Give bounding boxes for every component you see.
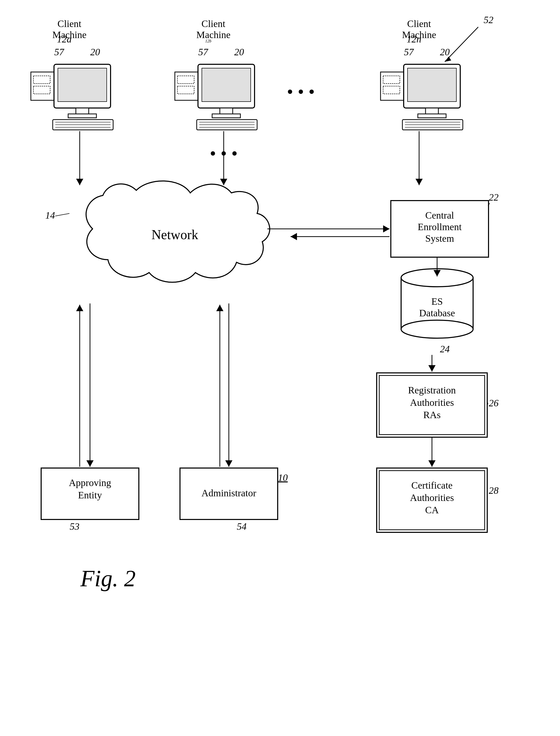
svg-text:Fig. 2: Fig. 2	[80, 566, 136, 591]
svg-text:28: 28	[489, 485, 499, 496]
svg-text:53: 53	[70, 521, 79, 532]
svg-marker-54	[76, 179, 83, 185]
svg-text:54: 54	[237, 521, 247, 532]
svg-text:20: 20	[234, 47, 244, 57]
svg-text:26: 26	[489, 398, 499, 408]
svg-text:Enrollment: Enrollment	[418, 221, 462, 232]
svg-marker-50	[445, 57, 451, 62]
svg-marker-96	[428, 460, 436, 467]
svg-text:System: System	[425, 233, 454, 244]
svg-marker-102	[86, 460, 94, 467]
svg-rect-4	[58, 68, 107, 102]
svg-text:57: 57	[198, 47, 209, 57]
svg-rect-27	[426, 108, 438, 114]
svg-text:Client: Client	[58, 18, 82, 29]
svg-marker-56	[220, 179, 227, 185]
svg-marker-88	[428, 365, 436, 372]
svg-text:RAs: RAs	[423, 409, 441, 420]
svg-rect-6	[68, 114, 96, 118]
svg-text:Registration: Registration	[408, 385, 456, 396]
svg-text:Machine: Machine	[196, 29, 231, 40]
svg-text:Authorities: Authorities	[410, 397, 454, 408]
svg-text:57: 57	[54, 47, 65, 57]
svg-text:Database: Database	[419, 308, 455, 318]
svg-text:Network: Network	[151, 227, 198, 242]
svg-marker-111	[216, 305, 223, 311]
svg-line-49	[445, 27, 478, 62]
svg-text:52: 52	[484, 14, 493, 25]
svg-text:Client: Client	[407, 18, 431, 29]
svg-text:Machine: Machine	[402, 29, 436, 40]
svg-rect-5	[76, 108, 89, 114]
svg-text:57: 57	[404, 47, 414, 57]
svg-text:Certificate: Certificate	[411, 480, 453, 491]
diagram: 57 20 12a Client Machine 57 20 12b Clien…	[0, 0, 560, 736]
svg-text:Central: Central	[425, 210, 454, 221]
svg-marker-58	[416, 179, 423, 185]
svg-text:Authorities: Authorities	[410, 492, 454, 503]
svg-text:Entity: Entity	[78, 490, 102, 500]
svg-text:CA: CA	[425, 505, 439, 515]
svg-rect-26	[408, 68, 456, 102]
svg-marker-69	[383, 225, 390, 232]
svg-text:ES: ES	[431, 296, 443, 307]
svg-text:Approving: Approving	[69, 477, 111, 488]
svg-text:20: 20	[440, 47, 450, 57]
svg-rect-17	[212, 114, 240, 118]
svg-marker-71	[291, 233, 297, 240]
svg-text:Administrator: Administrator	[201, 488, 256, 498]
svg-line-61	[55, 213, 69, 216]
svg-text:24: 24	[440, 344, 450, 354]
svg-marker-109	[225, 460, 232, 467]
svg-text:10: 10	[278, 472, 288, 483]
svg-text:20: 20	[90, 47, 100, 57]
svg-text:22: 22	[489, 192, 499, 203]
svg-rect-28	[418, 114, 446, 118]
svg-marker-104	[76, 305, 83, 311]
svg-text:Client: Client	[202, 18, 225, 29]
svg-point-74	[401, 320, 473, 338]
svg-text:• • •: • • •	[287, 82, 315, 102]
svg-text:Machine: Machine	[52, 29, 87, 40]
svg-rect-15	[202, 68, 251, 102]
svg-rect-16	[220, 108, 233, 114]
svg-text:14: 14	[45, 210, 55, 221]
